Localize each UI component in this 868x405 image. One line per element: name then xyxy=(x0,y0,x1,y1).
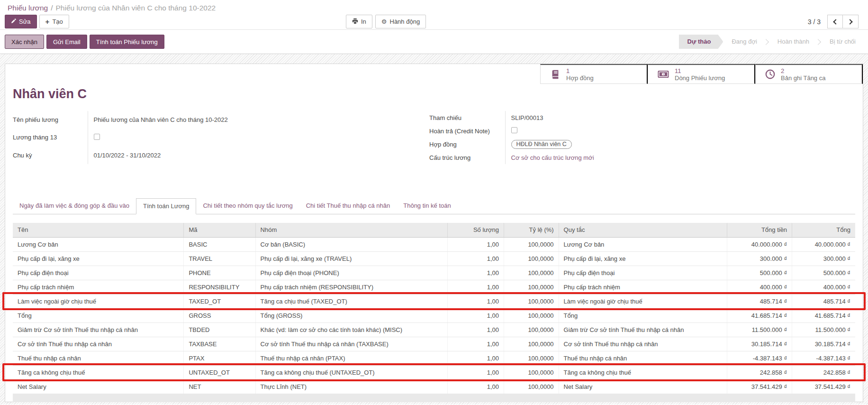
cell-qty: 1,00 xyxy=(447,308,504,322)
cell-amt: 37.541.429 ₫ xyxy=(727,379,792,394)
edit-button-label: Sửa xyxy=(19,18,31,25)
cell-rule: Làm việc ngoài giờ chịu thuế xyxy=(559,294,727,308)
cell-qty: 1,00 xyxy=(447,294,504,308)
table-row[interactable]: Phụ cấp đi lại, xăng xeTRAVELPhụ cấp đi … xyxy=(13,251,855,266)
cell-code: PHONE xyxy=(184,266,255,280)
cell-cat: Cơ sở tính Thuế thu nhập cá nhân (TAXBAS… xyxy=(255,337,447,351)
cell-cat: Tăng ca chịu thuế (TAXED_OT) xyxy=(255,294,447,308)
overtime-records-stat-button-text: 2Bản ghi Tăng ca xyxy=(781,67,825,82)
table-row[interactable]: Net SalaryNETThực Lĩnh (NET)1,00100,0000… xyxy=(13,379,855,394)
tab-personal-income-tax[interactable]: Chi tiết Thuế thu nhập cá nhân xyxy=(299,198,397,214)
table-row[interactable]: Thuế thu nhập cá nhânPTAXThuế thu nhập c… xyxy=(13,351,855,365)
table-row[interactable]: Lương Cơ bảnBASICCơ bản (BASIC)1,00100,0… xyxy=(13,237,855,251)
cell-code: PTAX xyxy=(184,351,255,365)
contracts-stat-button[interactable]: 1Hợp đồng xyxy=(540,64,648,84)
column-header-qty[interactable]: Số lượng xyxy=(447,223,504,237)
tab-rule-category-details[interactable]: Chi tiết theo nhóm quy tắc lương xyxy=(196,198,299,214)
compute-payslip-button[interactable]: Tính toán Phiếu lương xyxy=(90,35,164,49)
cell-rule: Lương Cơ bản xyxy=(559,237,727,251)
cell-rate: 100,0000 xyxy=(504,280,559,294)
banknote-icon: 1 xyxy=(658,70,669,78)
form-sheet: 1Hợp đồng111Dòng Phiếu lương2Bản ghi Tăn… xyxy=(5,64,863,402)
column-header-name[interactable]: Tên xyxy=(13,223,184,237)
control-panel: Phiếu lương/Phiếu lương của Nhân viên C … xyxy=(0,0,868,29)
tab-salary-computation[interactable]: Tính toán Lương xyxy=(136,198,196,214)
payslip-lines-stat-button[interactable]: 111Dòng Phiếu lương xyxy=(648,64,755,84)
state-waiting[interactable]: Đang đợi xyxy=(723,35,765,49)
stat-label: Hợp đồng xyxy=(566,74,594,82)
cell-rate: 100,0000 xyxy=(504,322,559,337)
table-row[interactable]: Làm việc ngoài giờ chịu thuếTAXED_OTTăng… xyxy=(13,294,855,308)
statusbar: Xác nhậnGửi EmailTính toán Phiếu lương D… xyxy=(0,29,868,54)
contracts-stat-button-text: 1Hợp đồng xyxy=(566,67,594,82)
cell-rule: Tăng ca không chịu thuế xyxy=(559,365,727,379)
column-header-code[interactable]: Mã xyxy=(184,223,255,237)
column-header-tot[interactable]: Tổng xyxy=(792,223,855,237)
tab-worked-days[interactable]: Ngày đã làm việc & đóng góp & đầu vào xyxy=(13,198,136,214)
cell-amt: 41.685.714 ₫ xyxy=(727,308,792,322)
confirm-button[interactable]: Xác nhận xyxy=(5,35,44,49)
state-rejected[interactable]: Bị từ chối xyxy=(821,35,864,49)
state-done[interactable]: Hoàn thành xyxy=(769,35,818,49)
payslip-name-field: Tên phiếu lươngPhiếu lương của Nhân viên… xyxy=(13,111,429,129)
cell-rate: 100,0000 xyxy=(504,294,559,308)
stat-value: 11 xyxy=(675,67,725,74)
pencil-icon xyxy=(11,18,16,25)
credit-note-field-checkbox xyxy=(511,127,517,133)
credit-note-field: Hoàn trả (Credit Note) xyxy=(429,124,855,138)
cell-amt: 500.000 ₫ xyxy=(727,266,792,280)
list-footer xyxy=(13,394,855,402)
edit-button[interactable]: Sửa xyxy=(5,15,37,28)
action-button[interactable]: ⚙ Hành động xyxy=(375,15,426,28)
cell-name: Net Salary xyxy=(13,379,184,394)
cell-cat: Thực Lĩnh (NET) xyxy=(255,379,447,394)
table-row[interactable]: TổngGROSSTổng (GROSS)1,00100,0000Tổng41.… xyxy=(13,308,855,322)
column-header-cat[interactable]: Nhóm xyxy=(255,223,447,237)
stat-label: Bản ghi Tăng ca xyxy=(781,74,825,82)
action-button-label: Hành động xyxy=(390,18,420,25)
cell-rate: 100,0000 xyxy=(504,351,559,365)
cell-tot: 300.000 ₫ xyxy=(792,251,855,266)
overtime-records-stat-button[interactable]: 2Bản ghi Tăng ca xyxy=(755,64,863,84)
pager-value: 3 / 3 xyxy=(808,18,821,26)
column-header-rule[interactable]: Quy tắc xyxy=(559,223,727,237)
pager-previous-button[interactable] xyxy=(827,15,843,28)
table-row[interactable]: Giảm trừ Cơ sở tính Thuế thu nhập cá nhâ… xyxy=(13,322,855,337)
stat-label: Dòng Phiếu lương xyxy=(675,74,725,82)
table-row[interactable]: Phụ cấp điện thoạiPHONEPhụ cấp điện thoạ… xyxy=(13,266,855,280)
table-row[interactable]: Cơ sở tính Thuế thu nhập cá nhânTAXBASEC… xyxy=(13,337,855,351)
thirteenth-salary-field-value xyxy=(88,129,429,146)
cell-cat: Phụ cấp trách nhiệm (RESPONSIBILITY) xyxy=(255,280,447,294)
stat-value: 2 xyxy=(781,67,825,74)
create-button[interactable]: + Tạo xyxy=(39,15,69,28)
cell-tot: -4.387.143 ₫ xyxy=(792,351,855,365)
column-header-rate[interactable]: Tỷ lệ (%) xyxy=(504,223,559,237)
cell-tot: 485.714 ₫ xyxy=(792,294,855,308)
cell-tot: 40.000.000 ₫ xyxy=(792,237,855,251)
cell-cat: Tăng ca không chịu thuế (UNTAXED_OT) xyxy=(255,365,447,379)
pager-next-button[interactable] xyxy=(843,15,859,28)
state-draft[interactable]: Dự thảo xyxy=(679,35,723,49)
plus-icon: + xyxy=(45,18,50,25)
reference-field: Tham chiếuSLIP/00013 xyxy=(429,111,855,124)
cell-cat: Cơ bản (BASIC) xyxy=(255,237,447,251)
column-header-amt[interactable]: Tổng tiền xyxy=(727,223,792,237)
notebook-tabs: Ngày đã làm việc & đóng góp & đầu vàoTín… xyxy=(13,198,855,214)
table-row[interactable]: Phụ cấp trách nhiệmRESPONSIBILITYPhụ cấp… xyxy=(13,280,855,294)
send-email-button[interactable]: Gửi Email xyxy=(46,35,87,49)
gear-icon: ⚙ xyxy=(381,18,387,25)
tab-accounting-info[interactable]: Thông tin kế toán xyxy=(397,198,457,214)
cell-name: Thuế thu nhập cá nhân xyxy=(13,351,184,365)
print-button[interactable]: In xyxy=(346,15,372,28)
cell-rule: Phụ cấp điện thoại xyxy=(559,266,727,280)
breadcrumb-current: Phiếu lương của Nhân viên C cho tháng 10… xyxy=(56,4,216,12)
table-row[interactable]: Tăng ca không chịu thuếUNTAXED_OTTăng ca… xyxy=(13,365,855,379)
salary-structure-field-label: Cấu trúc lương xyxy=(429,151,505,164)
cell-cat: Khác (vd: làm cơ sở cho các tính toán kh… xyxy=(255,322,447,337)
cell-rule: Phụ cấp trách nhiệm xyxy=(559,280,727,294)
cell-cat: Tổng (GROSS) xyxy=(255,308,447,322)
breadcrumb-parent-link[interactable]: Phiếu lương xyxy=(8,4,48,12)
cell-amt: 40.000.000 ₫ xyxy=(727,237,792,251)
salary-structure-field-link[interactable]: Cơ sở cho cấu trúc lương mới xyxy=(511,154,594,161)
contract-field-tag[interactable]: HĐLĐ Nhân viên C xyxy=(511,140,572,149)
